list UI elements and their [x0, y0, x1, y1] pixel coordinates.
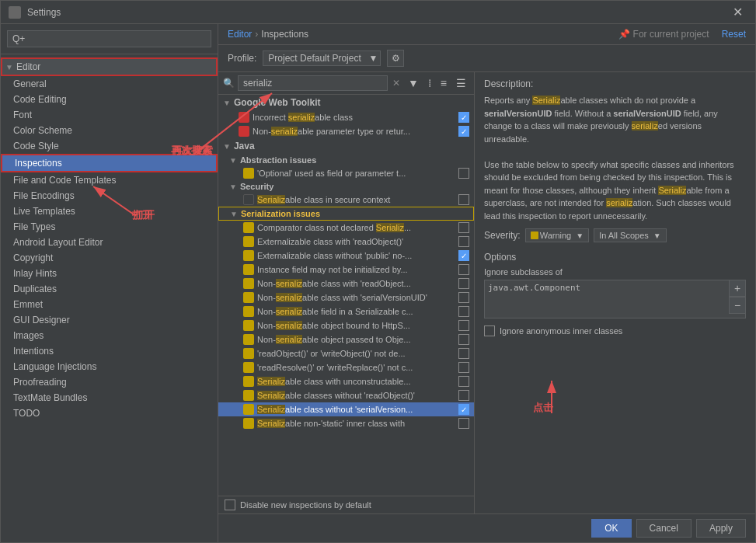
profile-select[interactable]: Project Default Project Default	[263, 50, 381, 66]
sidebar-item-language-injections[interactable]: Language Injections	[1, 359, 218, 374]
inspection-comparator[interactable]: Comparator class not declared Serializ..…	[218, 221, 474, 235]
subgroup-security[interactable]: ▼ Security	[218, 180, 474, 193]
sidebar-item-editor[interactable]: ▼ Editor	[1, 57, 218, 76]
sidebar-item-proofreading[interactable]: Proofreading	[1, 374, 218, 390]
inspection-non-serializable-param[interactable]: Non-serializable parameter type or retur…	[218, 124, 474, 138]
inspection-serializable-no-uid[interactable]: Serializable class without 'serialVersio…	[218, 402, 474, 416]
class-textarea-wrapper: java.awt.Component + −	[484, 280, 746, 321]
sidebar-item-general[interactable]: General	[1, 76, 218, 92]
inspection-serializable-unconstructable-checkbox[interactable]	[458, 376, 469, 387]
apply-button[interactable]: Apply	[696, 519, 746, 538]
sidebar-item-code-style[interactable]: Code Style	[1, 138, 218, 154]
scope-select[interactable]: In All Scopes ▼	[594, 228, 667, 242]
inspection-non-serializable-field-checkbox[interactable]	[458, 306, 469, 317]
inspection-non-serializable-uid[interactable]: Non-serializable class with 'serialVersi…	[218, 291, 474, 305]
inspection-non-serializable-readobject[interactable]: Non-serializable class with 'readObject.…	[218, 277, 474, 291]
sidebar-item-duplicates[interactable]: Duplicates	[1, 281, 218, 297]
inspection-non-serializable-uid-checkbox[interactable]	[458, 292, 469, 303]
ignore-anon-checkbox[interactable]	[484, 325, 495, 336]
subgroup-serialization[interactable]: ▼ Serialization issues	[218, 207, 474, 221]
collapse-all-button[interactable]: ≡	[437, 75, 450, 91]
inspection-serializable-inner-checkbox[interactable]	[458, 418, 469, 429]
sidebar-item-copyright[interactable]: Copyright	[1, 250, 218, 266]
cancel-button[interactable]: Cancel	[636, 519, 692, 538]
sidebar-item-file-types[interactable]: File Types	[1, 219, 218, 235]
inspection-serializable-secure[interactable]: Serializable class in secure context	[218, 193, 474, 207]
sidebar-item-code-editing[interactable]: Code Editing	[1, 92, 218, 107]
inspection-serializable-secure-checkbox[interactable]	[458, 194, 469, 205]
inspection-externalizable-readobject-checkbox[interactable]	[458, 236, 469, 247]
sidebar-item-file-encodings[interactable]: File Encodings	[1, 188, 218, 204]
inspection-readresolve[interactable]: 'readResolve()' or 'writeReplace()' not …	[218, 360, 474, 374]
sidebar-item-emmet[interactable]: Emmet	[1, 297, 218, 312]
inspection-externalizable-readobject-text: Externalizable class with 'readObject()'	[257, 237, 455, 246]
sidebar-item-textmate-bundles[interactable]: TextMate Bundles	[1, 390, 218, 406]
inspection-optional-field[interactable]: 'Optional' used as field or parameter t.…	[218, 166, 474, 180]
severity-select[interactable]: Warning ▼	[525, 228, 589, 242]
inspection-serializable-no-uid-checkbox[interactable]	[458, 404, 469, 415]
inspection-comparator-checkbox[interactable]	[458, 222, 469, 233]
sidebar-item-live-templates[interactable]: Live Templates	[1, 204, 218, 219]
sidebar-item-inlay-hints[interactable]: Inlay Hints	[1, 266, 218, 281]
group-java[interactable]: ▼ Java	[218, 138, 474, 154]
inspection-serializable-inner-text: Serializable non-'static' inner class wi…	[257, 419, 455, 428]
reset-button[interactable]: Reset	[722, 29, 746, 40]
inspection-serializable-inner[interactable]: Serializable non-'static' inner class wi…	[218, 416, 474, 430]
inspection-non-serializable-param-checkbox[interactable]	[458, 126, 469, 137]
sidebar-item-intentions[interactable]: Intentions	[1, 343, 218, 359]
inspection-non-serializable-object[interactable]: Non-serializable object passed to Obje..…	[218, 332, 474, 346]
inspection-readobject-writeobject-checkbox[interactable]	[458, 348, 469, 359]
inspection-non-serializable-http[interactable]: Non-serializable object bound to HttpS..…	[218, 318, 474, 332]
sidebar-item-todo[interactable]: TODO	[1, 406, 218, 421]
inspection-instance-field-checkbox[interactable]	[458, 264, 469, 275]
inspection-readobject-writeobject[interactable]: 'readObject()' or 'writeObject()' not de…	[218, 346, 474, 360]
add-class-button[interactable]: +	[729, 280, 746, 297]
sidebar-item-color-scheme[interactable]: Color Scheme	[1, 123, 218, 138]
group-google-web-toolkit[interactable]: ▼ Google Web Toolkit	[218, 95, 474, 110]
inspection-instance-field[interactable]: Instance field may not be initialized by…	[218, 263, 474, 277]
inspection-readresolve-checkbox[interactable]	[458, 362, 469, 373]
sidebar-item-images[interactable]: Images	[1, 328, 218, 343]
inspection-serializable-unconstructable[interactable]: Serializable class with unconstructable.…	[218, 374, 474, 388]
expand-all-button[interactable]: ⁞	[425, 75, 434, 91]
inspection-serializable-no-readobject[interactable]: Serializable classes without 'readObject…	[218, 388, 474, 402]
severity-nonser-uid-icon	[243, 292, 254, 303]
ok-button[interactable]: OK	[591, 519, 631, 538]
inspection-non-serializable-field[interactable]: Non-serializable field in a Serializable…	[218, 305, 474, 318]
description-text: Reports any Serializable classes which d…	[484, 94, 746, 222]
inspection-externalizable-nopublic-checkbox[interactable]	[458, 250, 469, 261]
inspections-search-input[interactable]	[238, 75, 388, 91]
inspection-non-serializable-readobject-checkbox[interactable]	[458, 278, 469, 289]
search-clear-button[interactable]: ✕	[391, 78, 402, 89]
severity-red-icon	[239, 112, 249, 123]
sidebar-item-android-layout-editor-label: Android Layout Editor	[13, 237, 103, 248]
inspection-non-serializable-http-checkbox[interactable]	[458, 320, 469, 331]
disable-new-inspections-checkbox[interactable]	[225, 499, 235, 510]
inspection-incorrect-serializable[interactable]: Incorrect serializable class	[218, 110, 474, 124]
sidebar-item-inspections[interactable]: Inspections	[1, 154, 218, 172]
inspections-body: 🔍 ✕ ▼ ⁞ ≡ ☰ ▼ Google Web Toolkit	[218, 72, 755, 513]
sidebar-search-input[interactable]	[7, 30, 211, 47]
sidebar-item-android-layout-editor[interactable]: Android Layout Editor	[1, 235, 218, 250]
sidebar-item-file-code-templates[interactable]: File and Code Templates	[1, 172, 218, 188]
inspection-optional-field-checkbox[interactable]	[458, 168, 469, 179]
remove-class-button[interactable]: −	[729, 297, 746, 314]
group-button[interactable]: ☰	[453, 75, 469, 91]
subgroup-abstraction[interactable]: ▼ Abstraction issues	[218, 154, 474, 166]
inspection-externalizable-readobject[interactable]: Externalizable class with 'readObject()'	[218, 235, 474, 249]
sidebar-item-gui-designer[interactable]: GUI Designer	[1, 312, 218, 328]
profile-gear-button[interactable]: ⚙	[387, 50, 404, 67]
inspection-externalizable-nopublic-text: Externalizable class without 'public' no…	[257, 251, 455, 260]
severity-label: Severity:	[484, 230, 521, 241]
editor-arrow-icon: ▼	[5, 63, 13, 71]
inspection-non-serializable-object-checkbox[interactable]	[458, 334, 469, 345]
filter-button[interactable]: ▼	[405, 75, 422, 91]
class-textarea[interactable]: java.awt.Component	[484, 280, 746, 318]
inspection-externalizable-nopublic[interactable]: Externalizable class without 'public' no…	[218, 249, 474, 263]
inspection-serializable-no-readobject-checkbox[interactable]	[458, 390, 469, 401]
serialization-arrow-icon: ▼	[230, 210, 238, 218]
sidebar-item-font[interactable]: Font	[1, 107, 218, 123]
close-button[interactable]: ✕	[728, 3, 747, 21]
disable-bar: Disable new inspections by default	[218, 496, 474, 513]
inspection-incorrect-serializable-checkbox[interactable]	[458, 112, 469, 123]
